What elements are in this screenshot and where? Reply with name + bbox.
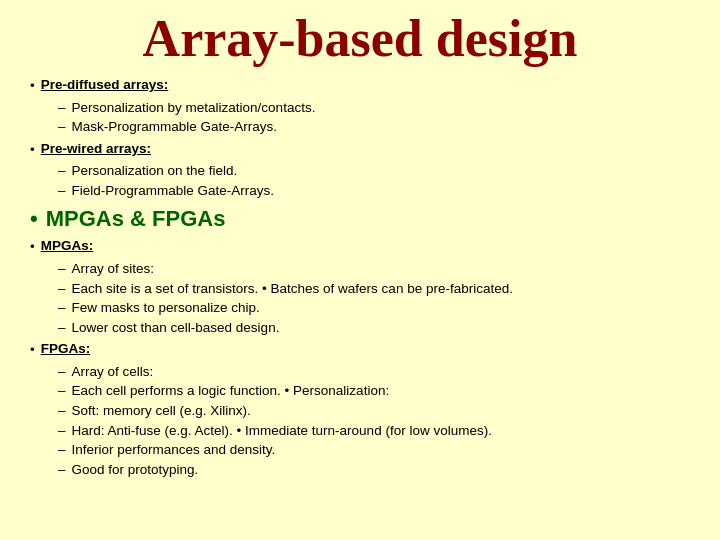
list-item: – Soft: memory cell (e.g. Xilinx). bbox=[58, 401, 690, 421]
dash-icon: – bbox=[58, 362, 66, 382]
sub-item-text: Each site is a set of transistors. • Bat… bbox=[72, 279, 513, 299]
sub-item-text: Array of cells: bbox=[72, 362, 154, 382]
list-item: – Few masks to personalize chip. bbox=[58, 298, 690, 318]
pre-diffused-label: Pre-diffused arrays: bbox=[41, 75, 690, 95]
sub-item-text: Mask-Programmable Gate-Arrays. bbox=[72, 117, 278, 137]
page-title: Array-based design bbox=[30, 10, 690, 67]
pre-wired-label: Pre-wired arrays: bbox=[41, 139, 690, 159]
mpgas-fpgas-text: MPGAs & FPGAs bbox=[46, 203, 226, 235]
dash-icon: – bbox=[58, 318, 66, 338]
list-item-mpgas: • MPGAs: bbox=[30, 236, 690, 257]
list-item-pre-diffused: • Pre-diffused arrays: bbox=[30, 75, 690, 96]
dash-icon: – bbox=[58, 279, 66, 299]
dash-icon: – bbox=[58, 98, 66, 118]
sub-item-text: Personalization on the field. bbox=[72, 161, 238, 181]
dash-icon: – bbox=[58, 440, 66, 460]
dash-icon: – bbox=[58, 161, 66, 181]
pre-diffused-text: Pre-diffused arrays: bbox=[41, 77, 169, 92]
mpgas-label: MPGAs: bbox=[41, 236, 690, 256]
sub-item-text: Array of sites: bbox=[72, 259, 155, 279]
dash-icon: – bbox=[58, 298, 66, 318]
mpgas-fpgas-heading: • MPGAs & FPGAs bbox=[30, 203, 690, 235]
bullet-icon: • bbox=[30, 237, 35, 257]
bullet-icon: • bbox=[30, 340, 35, 360]
list-item: – Mask-Programmable Gate-Arrays. bbox=[58, 117, 690, 137]
sub-item-text: Few masks to personalize chip. bbox=[72, 298, 260, 318]
content-area: • Pre-diffused arrays: – Personalization… bbox=[30, 75, 690, 481]
dash-icon: – bbox=[58, 421, 66, 441]
list-item: – Personalization by metalization/contac… bbox=[58, 98, 690, 118]
dash-icon: – bbox=[58, 259, 66, 279]
list-item: – Array of cells: bbox=[58, 362, 690, 382]
sub-item-text: Hard: Anti-fuse (e.g. Actel). • Immediat… bbox=[72, 421, 492, 441]
fpgas-subitems: – Array of cells: – Each cell performs a… bbox=[30, 362, 690, 479]
sub-item-text: Good for prototyping. bbox=[72, 460, 199, 480]
list-item: – Lower cost than cell-based design. bbox=[58, 318, 690, 338]
sub-item-text: Lower cost than cell-based design. bbox=[72, 318, 280, 338]
pre-wired-text: Pre-wired arrays: bbox=[41, 141, 151, 156]
dash-icon: – bbox=[58, 117, 66, 137]
list-item: – Inferior performances and density. bbox=[58, 440, 690, 460]
sub-item-text: Personalization by metalization/contacts… bbox=[72, 98, 316, 118]
list-item: – Each cell performs a logic function. •… bbox=[58, 381, 690, 401]
pre-diffused-subitems: – Personalization by metalization/contac… bbox=[30, 98, 690, 137]
page: Array-based design • Pre-diffused arrays… bbox=[0, 0, 720, 540]
sub-item-text: Each cell performs a logic function. • P… bbox=[72, 381, 390, 401]
sub-item-text: Inferior performances and density. bbox=[72, 440, 276, 460]
list-item: – Array of sites: bbox=[58, 259, 690, 279]
bullet-icon: • bbox=[30, 76, 35, 96]
list-item: – Field-Programmable Gate-Arrays. bbox=[58, 181, 690, 201]
sub-item-text: Soft: memory cell (e.g. Xilinx). bbox=[72, 401, 251, 421]
list-item: – Good for prototyping. bbox=[58, 460, 690, 480]
mpgas-text: MPGAs: bbox=[41, 238, 94, 253]
list-item-fpgas: • FPGAs: bbox=[30, 339, 690, 360]
list-item: – Personalization on the field. bbox=[58, 161, 690, 181]
bullet-icon: • bbox=[30, 203, 38, 235]
fpgas-text: FPGAs: bbox=[41, 341, 91, 356]
pre-wired-subitems: – Personalization on the field. – Field-… bbox=[30, 161, 690, 200]
dash-icon: – bbox=[58, 460, 66, 480]
fpgas-label: FPGAs: bbox=[41, 339, 690, 359]
list-item: – Hard: Anti-fuse (e.g. Actel). • Immedi… bbox=[58, 421, 690, 441]
bullet-icon: • bbox=[30, 140, 35, 160]
dash-icon: – bbox=[58, 401, 66, 421]
dash-icon: – bbox=[58, 381, 66, 401]
dash-icon: – bbox=[58, 181, 66, 201]
mpgas-subitems: – Array of sites: – Each site is a set o… bbox=[30, 259, 690, 337]
list-item: – Each site is a set of transistors. • B… bbox=[58, 279, 690, 299]
list-item-pre-wired: • Pre-wired arrays: bbox=[30, 139, 690, 160]
sub-item-text: Field-Programmable Gate-Arrays. bbox=[72, 181, 275, 201]
